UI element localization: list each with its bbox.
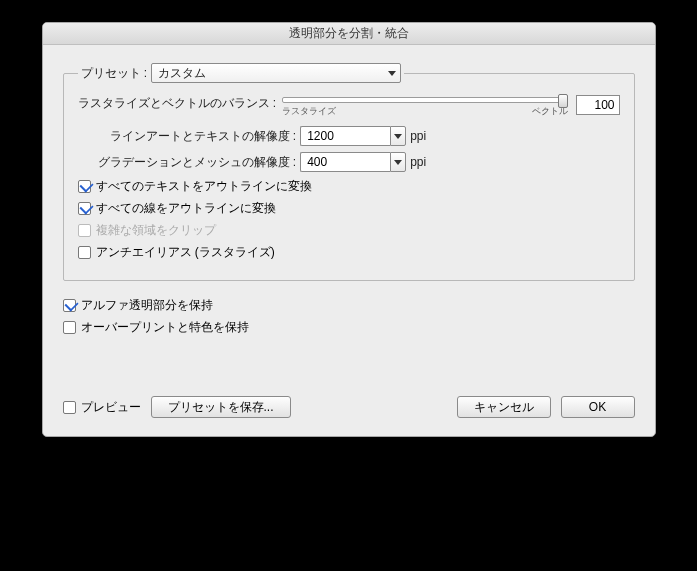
ok-label: OK bbox=[589, 400, 606, 414]
overprint-row[interactable]: オーバープリントと特色を保持 bbox=[63, 319, 635, 336]
gradient-unit: ppi bbox=[410, 155, 426, 169]
title-text: 透明部分を分割・統合 bbox=[289, 25, 409, 42]
text-outline-row[interactable]: すべてのテキストをアウトラインに変換 bbox=[78, 178, 620, 195]
preset-value: カスタム bbox=[158, 65, 206, 82]
ok-button[interactable]: OK bbox=[561, 396, 635, 418]
overprint-checkbox[interactable] bbox=[63, 321, 76, 334]
lineart-dropdown[interactable] bbox=[390, 126, 406, 146]
balance-row: ラスタライズとベクトルのバランス : ラスタライズ ベクトル bbox=[78, 95, 620, 118]
balance-slider[interactable] bbox=[282, 97, 567, 103]
chevron-down-icon bbox=[394, 160, 402, 165]
cancel-button[interactable]: キャンセル bbox=[457, 396, 551, 418]
slider-tick-labels: ラスタライズ ベクトル bbox=[282, 105, 567, 118]
balance-label: ラスタライズとベクトルのバランス : bbox=[78, 95, 277, 112]
chevron-down-icon bbox=[394, 134, 402, 139]
stroke-outline-label: すべての線をアウトラインに変換 bbox=[96, 200, 276, 217]
antialias-row[interactable]: アンチエイリアス (ラスタライズ) bbox=[78, 244, 620, 261]
footer: プレビュー プリセットを保存... キャンセル OK bbox=[63, 396, 635, 418]
alpha-checkbox[interactable] bbox=[63, 299, 76, 312]
clip-complex-label: 複雑な領域をクリップ bbox=[96, 222, 216, 239]
slider-left-label: ラスタライズ bbox=[282, 105, 336, 118]
preset-label: プリセット : bbox=[81, 65, 148, 82]
preview-label: プレビュー bbox=[81, 399, 141, 416]
gradient-row: グラデーションとメッシュの解像度 : ppi bbox=[78, 152, 620, 172]
gradient-input[interactable] bbox=[300, 152, 390, 172]
cancel-label: キャンセル bbox=[474, 399, 534, 416]
preset-group: プリセット : カスタム ラスタライズとベクトルのバランス : ラスタライズ ベ… bbox=[63, 63, 635, 281]
alpha-row[interactable]: アルファ透明部分を保持 bbox=[63, 297, 635, 314]
lineart-input[interactable] bbox=[300, 126, 390, 146]
clip-complex-checkbox bbox=[78, 224, 91, 237]
chevron-down-icon bbox=[388, 71, 396, 76]
gradient-dropdown[interactable] bbox=[390, 152, 406, 172]
outer-checks: アルファ透明部分を保持 オーバープリントと特色を保持 bbox=[63, 297, 635, 336]
content-area: プリセット : カスタム ラスタライズとベクトルのバランス : ラスタライズ ベ… bbox=[43, 45, 655, 436]
dialog-window: 透明部分を分割・統合 プリセット : カスタム ラスタライズとベクトルのバランス… bbox=[42, 22, 656, 437]
text-outline-label: すべてのテキストをアウトラインに変換 bbox=[96, 178, 312, 195]
titlebar: 透明部分を分割・統合 bbox=[43, 23, 655, 45]
preset-select[interactable]: カスタム bbox=[151, 63, 401, 83]
balance-value-input[interactable] bbox=[576, 95, 620, 115]
alpha-label: アルファ透明部分を保持 bbox=[81, 297, 213, 314]
gradient-label: グラデーションとメッシュの解像度 : bbox=[98, 154, 297, 171]
preview-row[interactable]: プレビュー bbox=[63, 399, 141, 416]
preview-checkbox[interactable] bbox=[63, 401, 76, 414]
lineart-row: ラインアートとテキストの解像度 : ppi bbox=[78, 126, 620, 146]
preset-legend: プリセット : カスタム bbox=[78, 63, 405, 83]
lineart-unit: ppi bbox=[410, 129, 426, 143]
save-preset-label: プリセットを保存... bbox=[168, 399, 274, 416]
antialias-checkbox[interactable] bbox=[78, 246, 91, 259]
stroke-outline-checkbox[interactable] bbox=[78, 202, 91, 215]
antialias-label: アンチエイリアス (ラスタライズ) bbox=[96, 244, 275, 261]
stroke-outline-row[interactable]: すべての線をアウトラインに変換 bbox=[78, 200, 620, 217]
save-preset-button[interactable]: プリセットを保存... bbox=[151, 396, 291, 418]
clip-complex-row: 複雑な領域をクリップ bbox=[78, 222, 620, 239]
text-outline-checkbox[interactable] bbox=[78, 180, 91, 193]
overprint-label: オーバープリントと特色を保持 bbox=[81, 319, 249, 336]
balance-slider-wrap: ラスタライズ ベクトル bbox=[282, 95, 567, 118]
slider-thumb[interactable] bbox=[558, 94, 568, 108]
lineart-label: ラインアートとテキストの解像度 : bbox=[110, 128, 297, 145]
